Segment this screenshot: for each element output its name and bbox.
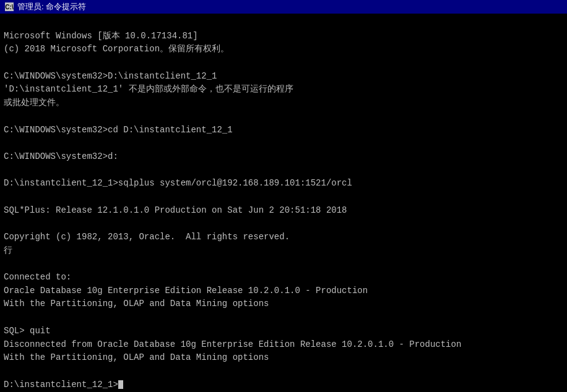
console-line: C:\WINDOWS\system32>cd D:\instantclient_… xyxy=(4,124,563,137)
console-line xyxy=(4,137,563,150)
console-line xyxy=(4,257,563,271)
console-line xyxy=(4,56,563,70)
console-line: Oracle Database 10g Enterprise Edition R… xyxy=(4,284,563,298)
title-bar-icon: C:\ xyxy=(5,2,14,11)
console-line: Disconnected from Oracle Database 10g En… xyxy=(4,338,563,352)
console-line xyxy=(4,164,563,177)
console-line: 'D:\instantclient_12_1' 不是内部或外部命令，也不是可运行… xyxy=(4,83,563,96)
console-line: Microsoft Windows [版本 10.0.17134.81] xyxy=(4,30,563,43)
console-line: With the Partitioning, OLAP and Data Min… xyxy=(4,297,563,311)
console-line: Connected to: xyxy=(4,271,563,284)
console-line xyxy=(4,365,563,378)
console-line xyxy=(4,190,563,204)
console-line: C:\WINDOWS\system32>d: xyxy=(4,150,563,164)
title-bar-text: 管理员: 命令提示符 xyxy=(17,1,86,12)
console-line: SQL*Plus: Release 12.1.0.1.0 Production … xyxy=(4,204,563,218)
console-line xyxy=(4,217,563,231)
title-bar: C:\ 管理员: 命令提示符 xyxy=(0,0,567,14)
console-line xyxy=(4,110,563,124)
console-area: Microsoft Windows [版本 10.0.17134.81](c) … xyxy=(0,14,567,392)
console-line: 或批处理文件。 xyxy=(4,96,563,110)
console-line: (c) 2018 Microsoft Corporation。保留所有权利。 xyxy=(4,43,563,56)
console-line: D:\instantclient_12_1> xyxy=(4,378,563,392)
console-line xyxy=(4,311,563,325)
console-line: D:\instantclient_12_1>sqlplus system/orc… xyxy=(4,177,563,190)
console-line: Copyright (c) 1982, 2013, Oracle. All ri… xyxy=(4,231,563,244)
cursor xyxy=(118,380,123,389)
console-line: 行 xyxy=(4,244,563,258)
console-line: C:\WINDOWS\system32>D:\instantclient_12_… xyxy=(4,70,563,83)
console-line: With the Partitioning, OLAP and Data Min… xyxy=(4,351,563,365)
console-line: SQL> quit xyxy=(4,325,563,338)
